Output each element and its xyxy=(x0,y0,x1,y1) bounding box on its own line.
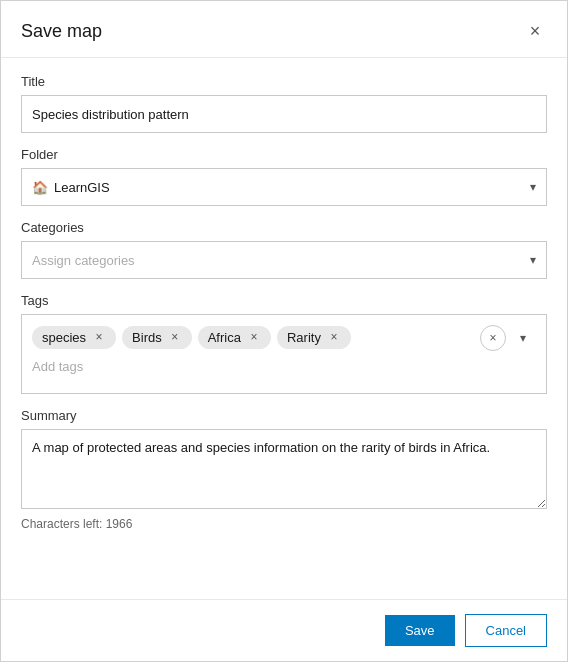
categories-placeholder: Assign categories xyxy=(32,253,135,268)
tag-rarity-label: Rarity xyxy=(287,330,321,345)
char-count: Characters left: 1966 xyxy=(21,517,547,531)
tag-africa: Africa × xyxy=(198,326,271,349)
tag-birds-label: Birds xyxy=(132,330,162,345)
tag-species: species × xyxy=(32,326,116,349)
folder-chevron-down-icon: ▾ xyxy=(530,180,536,194)
home-icon: 🏠 xyxy=(32,180,48,195)
summary-textarea[interactable] xyxy=(21,429,547,509)
title-input[interactable] xyxy=(21,95,547,133)
categories-field-group: Categories Assign categories ▾ xyxy=(21,220,547,279)
categories-chevron-down-icon: ▾ xyxy=(530,253,536,267)
title-field-group: Title xyxy=(21,74,547,133)
tags-field-group: Tags species × Birds × Africa xyxy=(21,293,547,394)
tags-clear-button[interactable]: × xyxy=(480,325,506,351)
dialog-title: Save map xyxy=(21,21,102,42)
tag-birds: Birds × xyxy=(122,326,192,349)
folder-select[interactable]: 🏠 LearnGIS ▾ xyxy=(21,168,547,206)
tag-species-remove-button[interactable]: × xyxy=(92,330,106,344)
tags-controls: × ▾ xyxy=(480,325,536,351)
tag-rarity-remove-button[interactable]: × xyxy=(327,330,341,344)
title-label: Title xyxy=(21,74,547,89)
tag-rarity: Rarity × xyxy=(277,326,351,349)
folder-label: Folder xyxy=(21,147,547,162)
tags-row: species × Birds × Africa × xyxy=(32,323,536,351)
dialog-header: Save map × xyxy=(1,1,567,58)
tag-species-label: species xyxy=(42,330,86,345)
dialog-body: Title Folder 🏠 LearnGIS ▾ Categories Ass… xyxy=(1,58,567,599)
folder-field-group: Folder 🏠 LearnGIS ▾ xyxy=(21,147,547,206)
summary-label: Summary xyxy=(21,408,547,423)
categories-select[interactable]: Assign categories ▾ xyxy=(21,241,547,279)
close-button[interactable]: × xyxy=(523,19,547,43)
tags-chevron-down-button[interactable]: ▾ xyxy=(510,325,536,351)
tags-container: species × Birds × Africa × xyxy=(21,314,547,394)
add-tags-input[interactable]: Add tags xyxy=(32,357,536,374)
summary-field-group: Summary Characters left: 1966 xyxy=(21,408,547,531)
tags-label: Tags xyxy=(21,293,547,308)
cancel-button[interactable]: Cancel xyxy=(465,614,547,647)
save-button[interactable]: Save xyxy=(385,615,455,646)
folder-value: 🏠 LearnGIS xyxy=(32,180,110,195)
save-map-dialog: Save map × Title Folder 🏠 LearnGIS ▾ Cat… xyxy=(0,0,568,662)
categories-label: Categories xyxy=(21,220,547,235)
tag-africa-remove-button[interactable]: × xyxy=(247,330,261,344)
tag-africa-label: Africa xyxy=(208,330,241,345)
dialog-footer: Save Cancel xyxy=(1,599,567,661)
tag-birds-remove-button[interactable]: × xyxy=(168,330,182,344)
